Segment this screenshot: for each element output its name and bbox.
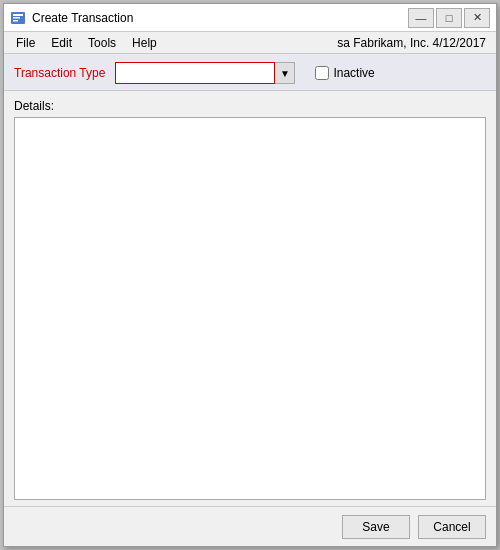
svg-rect-3 — [13, 20, 18, 22]
form-area: Transaction Type ▼ Inactive — [4, 54, 496, 91]
menu-file[interactable]: File — [8, 34, 43, 52]
transaction-type-label: Transaction Type — [14, 66, 105, 80]
footer-area: Save Cancel — [4, 506, 496, 546]
app-icon — [10, 10, 26, 26]
menu-tools[interactable]: Tools — [80, 34, 124, 52]
menu-help[interactable]: Help — [124, 34, 165, 52]
transaction-type-input[interactable] — [115, 62, 275, 84]
details-label: Details: — [14, 99, 486, 113]
close-button[interactable]: ✕ — [464, 8, 490, 28]
svg-rect-2 — [13, 17, 20, 19]
title-bar: Create Transaction — □ ✕ — [4, 4, 496, 32]
svg-rect-1 — [13, 14, 23, 16]
main-window: Create Transaction — □ ✕ File Edit Tools… — [3, 3, 497, 547]
maximize-button[interactable]: □ — [436, 8, 462, 28]
cancel-button[interactable]: Cancel — [418, 515, 486, 539]
inactive-checkbox-area: Inactive — [315, 66, 374, 80]
details-box — [14, 117, 486, 500]
menu-edit[interactable]: Edit — [43, 34, 80, 52]
window-controls: — □ ✕ — [408, 8, 490, 28]
user-company-date: sa Fabrikam, Inc. 4/12/2017 — [337, 36, 492, 50]
save-button[interactable]: Save — [342, 515, 410, 539]
transaction-type-field: ▼ — [115, 62, 295, 84]
inactive-checkbox[interactable] — [315, 66, 329, 80]
menu-bar: File Edit Tools Help sa Fabrikam, Inc. 4… — [4, 32, 496, 54]
minimize-button[interactable]: — — [408, 8, 434, 28]
window-title: Create Transaction — [32, 11, 408, 25]
inactive-label[interactable]: Inactive — [333, 66, 374, 80]
transaction-type-dropdown-button[interactable]: ▼ — [275, 62, 295, 84]
details-area: Details: — [4, 91, 496, 506]
